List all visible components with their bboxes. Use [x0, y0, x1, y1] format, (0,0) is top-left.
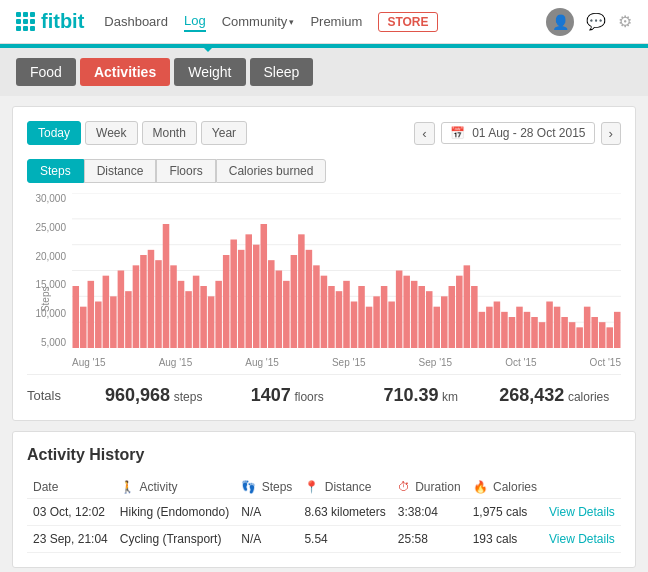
total-calories: 268,432 calories: [488, 385, 622, 406]
svg-rect-78: [614, 312, 621, 348]
svg-rect-49: [396, 271, 403, 349]
x-labels: Aug '15 Aug '15 Aug '15 Sep '15 Sep '15 …: [72, 348, 621, 368]
svg-rect-17: [155, 260, 162, 348]
col-header-steps: 👣 Steps: [235, 476, 298, 499]
table-row: 23 Sep, 21:04 Cycling (Transport) N/A 5.…: [27, 526, 621, 553]
cell-duration-0: 3:38:04: [392, 499, 467, 526]
svg-rect-54: [433, 307, 440, 348]
nav-store[interactable]: STORE: [378, 12, 437, 32]
cell-distance-0: 8.63 kilometers: [298, 499, 391, 526]
cell-duration-1: 25:58: [392, 526, 467, 553]
next-period-button[interactable]: ›: [601, 122, 621, 145]
svg-rect-22: [193, 276, 200, 348]
duration-col-icon: ⏱: [398, 480, 410, 494]
date-range-text: 📅 01 Aug - 28 Oct 2015: [441, 122, 595, 144]
svg-rect-50: [403, 276, 410, 348]
svg-rect-28: [238, 250, 245, 348]
chart-container: [72, 193, 621, 348]
view-details-link-1[interactable]: View Details: [549, 532, 615, 546]
history-table-body: 03 Oct, 12:02 Hiking (Endomondo) N/A 8.6…: [27, 499, 621, 553]
svg-rect-74: [584, 307, 591, 348]
settings-icon[interactable]: ⚙: [618, 12, 632, 31]
messages-icon[interactable]: 💬: [586, 12, 606, 31]
accent-bar: [0, 44, 648, 48]
cell-steps-0: N/A: [235, 499, 298, 526]
svg-rect-11: [110, 296, 117, 348]
svg-rect-29: [245, 234, 252, 348]
svg-rect-35: [291, 255, 298, 348]
svg-rect-18: [163, 224, 170, 348]
cell-calories-0: 1,975 cals: [467, 499, 543, 526]
metric-steps[interactable]: Steps: [27, 159, 84, 183]
svg-rect-32: [268, 260, 275, 348]
svg-rect-33: [276, 271, 283, 349]
chevron-down-icon: ▾: [289, 17, 294, 27]
tab-weight[interactable]: Weight: [174, 58, 245, 86]
nav-dashboard[interactable]: Dashboard: [104, 12, 168, 31]
metric-distance[interactable]: Distance: [84, 159, 157, 183]
header-actions: 👤 💬 ⚙: [546, 8, 632, 36]
y-axis-title: Steps: [40, 286, 51, 312]
period-today[interactable]: Today: [27, 121, 81, 145]
cell-calories-1: 193 cals: [467, 526, 543, 553]
tabs-row: Food Activities Weight Sleep: [0, 48, 648, 96]
x-label-0: Aug '15: [72, 357, 106, 368]
y-label-1: 25,000: [27, 222, 66, 233]
chart-panel: Today Week Month Year ‹ 📅 01 Aug - 28 Oc…: [12, 106, 636, 421]
view-details-link-0[interactable]: View Details: [549, 505, 615, 519]
svg-rect-45: [366, 307, 373, 348]
svg-rect-30: [253, 245, 260, 348]
tab-food[interactable]: Food: [16, 58, 76, 86]
x-label-3: Sep '15: [332, 357, 366, 368]
svg-rect-39: [321, 276, 328, 348]
prev-period-button[interactable]: ‹: [414, 122, 434, 145]
col-header-distance: 📍 Distance: [298, 476, 391, 499]
svg-rect-61: [486, 307, 493, 348]
svg-rect-69: [546, 302, 553, 349]
svg-rect-63: [501, 312, 508, 348]
svg-rect-7: [80, 307, 87, 348]
metric-calories-burned[interactable]: Calories burned: [216, 159, 327, 183]
svg-rect-64: [509, 317, 516, 348]
steps-col-icon: 👣: [241, 480, 256, 494]
nav-community[interactable]: Community ▾: [222, 12, 295, 31]
svg-rect-56: [449, 286, 456, 348]
svg-rect-48: [388, 302, 395, 349]
period-year[interactable]: Year: [201, 121, 247, 145]
period-week[interactable]: Week: [85, 121, 137, 145]
cell-link-0[interactable]: View Details: [543, 499, 621, 526]
col-header-actions: [543, 476, 621, 499]
header: fitbit Dashboard Log Community ▾ Premium…: [0, 0, 648, 44]
period-month[interactable]: Month: [142, 121, 197, 145]
y-axis: 30,000 25,000 20,000 15,000 10,000 5,000: [27, 193, 72, 348]
tab-activities[interactable]: Activities: [80, 58, 170, 86]
cell-link-1[interactable]: View Details: [543, 526, 621, 553]
svg-rect-52: [418, 286, 425, 348]
svg-rect-27: [230, 240, 237, 349]
svg-rect-23: [200, 286, 207, 348]
logo: fitbit: [16, 10, 84, 33]
distance-col-icon: 📍: [304, 480, 319, 494]
tab-sleep[interactable]: Sleep: [250, 58, 314, 86]
svg-rect-26: [223, 255, 230, 348]
calories-col-icon: 🔥: [473, 480, 488, 494]
period-nav: Today Week Month Year ‹ 📅 01 Aug - 28 Oc…: [27, 121, 621, 145]
main-nav: Dashboard Log Community ▾ Premium STORE: [104, 11, 546, 32]
totals-row: Totals 960,968 steps 1407 floors 710.39 …: [27, 374, 621, 406]
table-row: 03 Oct, 12:02 Hiking (Endomondo) N/A 8.6…: [27, 499, 621, 526]
col-header-duration: ⏱ Duration: [392, 476, 467, 499]
nav-log[interactable]: Log: [184, 11, 206, 32]
cell-activity-1: Cycling (Transport): [114, 526, 236, 553]
svg-rect-57: [456, 276, 463, 348]
avatar[interactable]: 👤: [546, 8, 574, 36]
svg-rect-10: [103, 276, 110, 348]
svg-rect-21: [185, 291, 192, 348]
col-header-calories: 🔥 Calories: [467, 476, 543, 499]
svg-rect-37: [306, 250, 313, 348]
svg-rect-20: [178, 281, 185, 348]
y-label-0: 30,000: [27, 193, 66, 204]
metric-floors[interactable]: Floors: [156, 159, 215, 183]
svg-rect-44: [358, 286, 365, 348]
svg-rect-77: [606, 327, 613, 348]
nav-premium[interactable]: Premium: [310, 12, 362, 31]
